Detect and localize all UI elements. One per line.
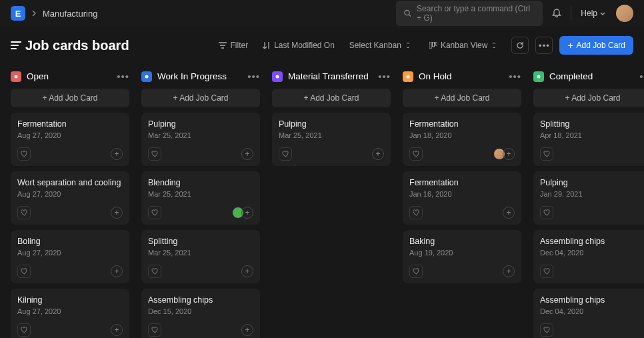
like-button[interactable] (148, 147, 161, 161)
add-job-card-button[interactable]: + Add Job Card (559, 36, 633, 55)
like-button[interactable] (540, 323, 553, 337)
add-card-button[interactable]: + Add Job Card (11, 89, 129, 107)
column-menu-button[interactable]: ••• (509, 71, 521, 82)
job-card[interactable]: Pulping Jan 29, 2021 (533, 171, 644, 225)
job-card[interactable]: Kilning Aug 27, 2020 + (11, 289, 129, 338)
like-button[interactable] (409, 206, 423, 219)
user-avatar[interactable] (616, 5, 633, 22)
select-kanban-button[interactable]: Select Kanban (345, 38, 419, 53)
app-logo[interactable]: E (11, 6, 25, 21)
svg-point-7 (407, 75, 410, 78)
like-button[interactable] (279, 147, 292, 161)
assignees: + (241, 324, 253, 336)
heart-icon (151, 209, 159, 216)
job-card[interactable]: Baking Aug 19, 2020 + (403, 230, 521, 283)
assignees: + (503, 207, 515, 219)
card-date: Mar 25, 2021 (279, 131, 384, 139)
like-button[interactable] (148, 265, 161, 278)
add-assignee-button[interactable]: + (372, 148, 384, 160)
card-date: Aug 27, 2020 (17, 249, 123, 257)
column-header: Completed ••• (533, 71, 644, 89)
job-card[interactable]: Assembling chips Dec 04, 2020 (533, 289, 644, 338)
add-card-button[interactable]: + Add Job Card (141, 89, 260, 107)
column-menu-button[interactable]: ••• (247, 71, 260, 82)
sort-button[interactable]: Last Modified On (259, 38, 339, 53)
column-status-icon (272, 71, 283, 82)
heart-icon (413, 151, 420, 157)
card-footer: + (409, 206, 515, 219)
job-card[interactable]: Splitting Mar 25, 2021 + (141, 230, 260, 283)
job-card[interactable]: Fermentation Jan 16, 2020 + (403, 171, 521, 225)
add-assignee-button[interactable]: + (503, 148, 515, 160)
add-assignee-button[interactable]: + (503, 207, 515, 219)
like-button[interactable] (17, 323, 31, 337)
help-button[interactable]: Help (581, 9, 605, 18)
top-header: E Manufacturing Search or type a command… (0, 0, 644, 27)
add-assignee-button[interactable]: + (241, 207, 253, 219)
card-title: Fermentation (17, 119, 123, 129)
add-assignee-button[interactable]: + (241, 324, 253, 336)
job-card[interactable]: Boling Aug 27, 2020 + (11, 230, 129, 283)
like-button[interactable] (409, 147, 423, 161)
dots-icon: ••• (539, 41, 550, 51)
divider (571, 7, 571, 20)
like-button[interactable] (17, 265, 31, 278)
like-button[interactable] (17, 147, 31, 161)
add-card-button[interactable]: + Add Job Card (272, 89, 391, 107)
add-assignee-button[interactable]: + (111, 207, 123, 219)
card-date: Dec 04, 2020 (540, 249, 644, 257)
like-button[interactable] (540, 265, 553, 278)
add-assignee-button[interactable]: + (111, 265, 123, 277)
kanban-column: Completed •••+ Add Job Card Splitting Ap… (533, 71, 644, 338)
assignees: + (111, 148, 123, 160)
job-card[interactable]: Pulping Mar 25, 2021 + (141, 113, 260, 166)
card-title: Pulping (279, 119, 384, 129)
column-title: Work In Progress (157, 71, 247, 81)
card-footer: + (148, 147, 253, 161)
like-button[interactable] (409, 265, 423, 278)
add-assignee-button[interactable]: + (111, 324, 123, 336)
job-card[interactable]: Blending Mar 25, 2021 + (141, 171, 260, 225)
add-assignee-button[interactable]: + (111, 148, 123, 160)
column-menu-button[interactable]: ••• (639, 71, 644, 82)
job-card[interactable]: Fermentation Jan 18, 2020 + (403, 113, 521, 166)
card-title: Baking (409, 237, 515, 246)
add-card-button[interactable]: + Add Job Card (403, 89, 521, 107)
like-button[interactable] (540, 206, 553, 219)
heart-icon (413, 268, 420, 275)
column-menu-button[interactable]: ••• (378, 71, 391, 82)
job-card[interactable]: Assembling chips Dec 04, 2020 (533, 230, 644, 283)
refresh-button[interactable] (511, 37, 529, 54)
search-input[interactable]: Search or type a command (Ctrl + G) (396, 1, 543, 26)
assignees: + (372, 148, 384, 160)
job-card[interactable]: Pulping Mar 25, 2021 + (272, 113, 391, 166)
add-assignee-button[interactable]: + (241, 148, 253, 160)
add-assignee-button[interactable]: + (241, 265, 253, 277)
column-menu-button[interactable]: ••• (117, 71, 129, 82)
job-card[interactable]: Assembling chips Dec 15, 2020 + (141, 289, 260, 338)
card-footer: + (148, 265, 253, 278)
breadcrumb[interactable]: Manufacturing (43, 9, 97, 19)
card-title: Blending (148, 178, 253, 187)
card-date: Aug 27, 2020 (17, 190, 123, 198)
like-button[interactable] (17, 206, 31, 219)
assignees: + (241, 148, 253, 160)
add-card-button[interactable]: + Add Job Card (533, 89, 644, 107)
refresh-icon (516, 41, 524, 49)
like-button[interactable] (148, 206, 161, 219)
like-button[interactable] (148, 323, 161, 337)
notifications-button[interactable] (547, 3, 567, 23)
kanban-view-button[interactable]: Kanban View (425, 38, 505, 53)
toolbar: Filter Last Modified On Select Kanban Ka… (215, 36, 633, 55)
card-date: Jan 16, 2020 (409, 190, 515, 198)
search-icon (404, 9, 411, 17)
filter-button[interactable]: Filter (215, 38, 252, 53)
menu-icon[interactable] (11, 41, 21, 49)
job-card[interactable]: Wort separation and cooling Aug 27, 2020… (11, 171, 129, 225)
job-card[interactable]: Fermentation Aug 27, 2020 + (11, 113, 129, 166)
job-card[interactable]: Splitting Apr 18, 2021 (533, 113, 644, 166)
heart-icon (543, 327, 551, 333)
more-button[interactable]: ••• (535, 37, 553, 54)
add-assignee-button[interactable]: + (503, 265, 515, 277)
like-button[interactable] (540, 147, 553, 161)
